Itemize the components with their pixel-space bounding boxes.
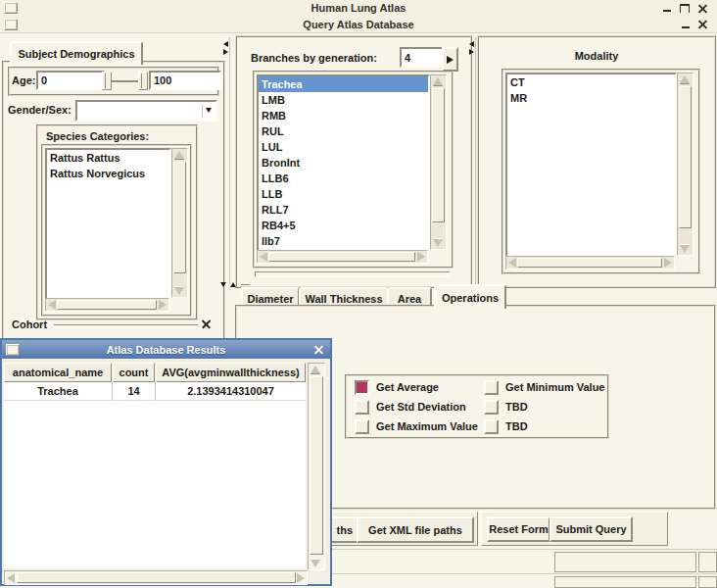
query-close-icon[interactable] xyxy=(698,20,707,28)
branches-list-frame: Trachea LMB RMB RUL LUL BronInt LLB6 LLB… xyxy=(253,71,454,269)
branch-item[interactable]: Trachea xyxy=(259,76,428,92)
species-vscrollbar[interactable] xyxy=(171,148,188,298)
age-slider-handle-max[interactable] xyxy=(138,72,148,90)
list-item[interactable]: Rattus Rattus xyxy=(47,150,169,166)
age-slider-handle-min[interactable] xyxy=(102,72,112,90)
modality-item[interactable]: CT xyxy=(507,74,675,90)
modality-listbox[interactable]: CT MR xyxy=(505,73,677,258)
results-column-header[interactable]: AVG(avgminwallthickness) xyxy=(156,363,306,382)
results-column-header[interactable]: anatomical_name xyxy=(4,363,112,382)
branches-listbox[interactable]: Trachea LMB RMB RUL LUL BronInt LLB6 LLB… xyxy=(257,74,430,252)
scroll-up-icon[interactable] xyxy=(433,77,443,85)
scroll-right-icon[interactable] xyxy=(297,573,305,583)
branch-item[interactable]: RUL xyxy=(259,123,428,139)
results-column-header[interactable]: count xyxy=(113,363,155,382)
results-hscroll-thumb[interactable] xyxy=(17,572,296,583)
modality-vscrollbar[interactable] xyxy=(677,73,693,256)
checkbox-tbd-2[interactable] xyxy=(484,419,499,434)
branch-item[interactable]: BronInt xyxy=(259,155,428,171)
sash-vertical-2[interactable] xyxy=(472,37,476,284)
reset-form-button[interactable]: Reset Form xyxy=(487,516,550,542)
sash-vertical-1[interactable] xyxy=(226,37,230,284)
window-menu-icon[interactable] xyxy=(4,2,18,14)
scroll-right-icon[interactable] xyxy=(159,300,167,310)
modality-vscroll-thumb[interactable] xyxy=(679,86,692,228)
scroll-left-icon[interactable] xyxy=(260,252,267,262)
species-listbox[interactable]: Rattus Rattus Rattus Norvegicus xyxy=(45,148,171,300)
bottom-field[interactable] xyxy=(554,552,696,572)
sash-arrow-down-icon[interactable] xyxy=(220,282,226,287)
tab-operations[interactable]: Operations xyxy=(434,284,506,309)
list-item[interactable]: Rattus Norvegicus xyxy=(47,166,169,181)
scroll-down-icon[interactable] xyxy=(433,239,443,247)
species-hscroll-thumb[interactable] xyxy=(57,300,157,310)
scroll-right-icon[interactable] xyxy=(417,252,425,262)
species-hscrollbar[interactable] xyxy=(45,298,169,312)
branches-pane: Branches by generation: Trachea LMB RMB … xyxy=(235,35,472,288)
branch-item[interactable]: RB4+5 xyxy=(259,218,428,233)
results-vscroll-thumb[interactable] xyxy=(310,376,323,555)
gender-label: Gender/Sex: xyxy=(8,104,72,116)
maximize-icon[interactable] xyxy=(680,4,690,13)
results-dialog-titlebar[interactable]: Atlas Database Results xyxy=(2,340,330,359)
gender-combobox[interactable] xyxy=(75,100,217,122)
results-hscrollbar[interactable] xyxy=(4,570,308,585)
scroll-down-icon[interactable] xyxy=(680,245,690,253)
scroll-up-icon[interactable] xyxy=(174,151,184,159)
branch-item[interactable]: LLB xyxy=(259,186,428,202)
scroll-left-icon[interactable] xyxy=(7,573,15,583)
scroll-left-icon[interactable] xyxy=(508,258,516,268)
checkbox-get-std-deviation[interactable] xyxy=(355,400,369,415)
checkbox-get-minimum-value[interactable] xyxy=(484,380,499,395)
age-min-input[interactable] xyxy=(36,71,105,90)
modality-item[interactable]: MR xyxy=(507,90,675,106)
chevron-down-icon[interactable] xyxy=(206,108,212,113)
scroll-down-icon[interactable] xyxy=(311,560,320,567)
modality-hscroll-thumb[interactable] xyxy=(517,258,662,268)
outer-window-titlebar[interactable]: Human Lung Atlas xyxy=(0,0,717,17)
branches-hscroll-thumb[interactable] xyxy=(268,252,415,262)
branches-generation-input[interactable] xyxy=(400,47,445,68)
close-icon[interactable] xyxy=(698,4,707,13)
branch-item[interactable]: LLB6 xyxy=(259,171,428,186)
results-vscrollbar[interactable] xyxy=(308,363,325,570)
bottom-field[interactable] xyxy=(554,576,696,588)
submit-query-button[interactable]: Submit Query xyxy=(550,516,633,542)
scroll-up-icon[interactable] xyxy=(680,75,690,83)
species-vscroll-thumb[interactable] xyxy=(173,162,186,273)
branch-item[interactable]: llb7 xyxy=(259,233,428,249)
scroll-down-icon[interactable] xyxy=(174,287,184,295)
cohort-close-icon[interactable] xyxy=(202,319,211,328)
sash-arrow-left-icon[interactable] xyxy=(223,41,228,47)
checkbox-get-maximum-value[interactable] xyxy=(355,419,369,434)
branches-vscroll-thumb[interactable] xyxy=(432,88,445,222)
query-window-menu-icon[interactable] xyxy=(4,19,18,30)
bottom-field-small[interactable] xyxy=(698,552,717,572)
scroll-left-icon[interactable] xyxy=(48,300,56,310)
branch-item[interactable]: LMB xyxy=(259,92,428,108)
results-dialog-close-icon[interactable] xyxy=(314,345,323,354)
sash-arrow-right-icon[interactable] xyxy=(223,49,228,55)
tab-subject-demographics[interactable]: Subject Demographics xyxy=(10,41,143,65)
branch-item[interactable]: LUL xyxy=(259,139,428,155)
scroll-up-icon[interactable] xyxy=(311,366,320,373)
branch-item[interactable]: RLL7 xyxy=(259,202,428,218)
table-cell: 2.1393414310047 xyxy=(156,382,306,401)
branches-hscrollbar[interactable] xyxy=(257,250,428,264)
scroll-right-icon[interactable] xyxy=(664,258,672,268)
sash-arrow-right-icon[interactable] xyxy=(469,49,474,55)
query-window-titlebar[interactable]: Query Atlas Database xyxy=(0,16,717,33)
query-minimize-icon[interactable] xyxy=(682,26,690,28)
checkbox-tbd-1[interactable] xyxy=(484,400,499,415)
checkbox-get-average[interactable] xyxy=(355,380,369,395)
sash-arrow-up-icon[interactable] xyxy=(230,282,236,287)
minimize-icon[interactable] xyxy=(663,10,671,12)
sash-arrow-left-icon[interactable] xyxy=(469,41,474,47)
bottom-field-small[interactable] xyxy=(698,576,717,588)
branches-spinner-button[interactable] xyxy=(442,47,458,72)
branches-vscrollbar[interactable] xyxy=(430,74,447,250)
branch-item[interactable]: RMB xyxy=(259,108,428,123)
modality-hscrollbar[interactable] xyxy=(505,256,675,270)
get-xml-file-paths-button[interactable]: Get XML file paths xyxy=(357,516,474,543)
age-max-input[interactable] xyxy=(149,71,221,90)
